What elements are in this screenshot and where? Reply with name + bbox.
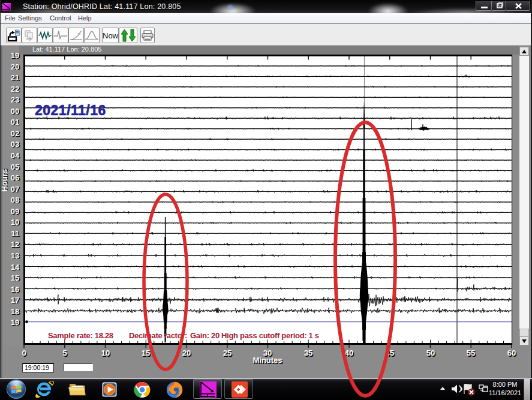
svg-text:P: P <box>78 32 81 37</box>
